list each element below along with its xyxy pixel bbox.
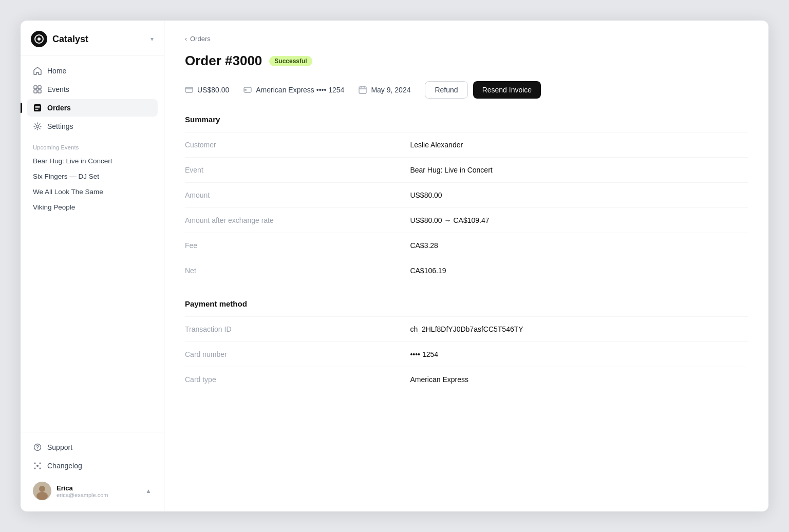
changelog-icon <box>33 461 42 470</box>
user-chevron-icon: ▲ <box>145 487 152 495</box>
svg-point-10 <box>36 125 39 128</box>
sidebar-event-bear-hug[interactable]: Bear Hug: Live in Concert <box>27 154 158 168</box>
sidebar-item-orders[interactable]: Orders <box>27 99 158 117</box>
action-buttons: Refund Resend Invoice <box>425 81 541 99</box>
sidebar-chevron-icon[interactable]: ▾ <box>151 35 154 43</box>
refund-button[interactable]: Refund <box>425 81 467 99</box>
summary-label: Amount <box>185 183 410 208</box>
svg-point-19 <box>39 486 45 492</box>
order-date: May 9, 2024 <box>371 86 410 94</box>
summary-label: Net <box>185 258 410 283</box>
sidebar-bottom: ? Support Changelog <box>21 432 164 511</box>
summary-row: Amount US$80.00 <box>185 183 748 208</box>
summary-value: Leslie Alexander <box>410 132 748 158</box>
summary-label: Amount after exchange rate <box>185 208 410 233</box>
user-avatar <box>33 482 51 500</box>
page-title-area: Order #3000 Successful <box>185 53 312 69</box>
resend-invoice-button[interactable]: Resend Invoice <box>473 81 541 99</box>
svg-point-17 <box>40 468 41 469</box>
upcoming-events-section-label: Upcoming Events <box>21 136 164 154</box>
summary-label: Customer <box>185 132 410 158</box>
card-icon <box>243 86 252 94</box>
summary-value: CA$3.28 <box>410 233 748 258</box>
home-label: Home <box>47 67 66 75</box>
events-icon <box>33 85 42 94</box>
amount-icon <box>185 86 193 94</box>
payment-row: Card type American Express <box>185 367 748 392</box>
svg-rect-21 <box>185 87 193 92</box>
svg-rect-3 <box>38 86 41 89</box>
support-icon: ? <box>33 443 42 452</box>
summary-row: Fee CA$3.28 <box>185 233 748 258</box>
summary-value: CA$106.19 <box>410 258 748 283</box>
user-section[interactable]: Erica erica@example.com ▲ <box>27 477 158 505</box>
payment-label: Card type <box>185 367 410 392</box>
order-date-meta: May 9, 2024 <box>359 86 410 94</box>
payment-value: ch_2HLf8DfYJ0Db7asfCC5T546TY <box>410 317 748 342</box>
settings-label: Settings <box>47 122 73 130</box>
summary-label: Fee <box>185 233 410 258</box>
user-info: Erica erica@example.com <box>57 484 140 498</box>
svg-rect-2 <box>34 86 37 89</box>
payment-value: American Express <box>410 367 748 392</box>
main-content: ‹ Orders Order #3000 Successful US$80.00 <box>164 21 768 511</box>
app-name: Catalyst <box>52 34 88 45</box>
payment-table: Transaction ID ch_2HLf8DfYJ0Db7asfCC5T54… <box>185 317 748 392</box>
payment-label: Card number <box>185 342 410 367</box>
home-icon <box>33 66 42 75</box>
page-header: Order #3000 Successful <box>185 53 748 69</box>
payment-title: Payment method <box>185 299 748 308</box>
sidebar-event-we-all[interactable]: We All Look The Same <box>27 184 158 199</box>
settings-icon <box>33 122 42 131</box>
user-email: erica@example.com <box>57 492 140 498</box>
order-card-meta: American Express •••• 1254 <box>243 86 344 94</box>
upcoming-events-list: Bear Hug: Live in Concert Six Fingers — … <box>21 154 164 215</box>
svg-rect-4 <box>34 90 37 93</box>
sidebar-item-changelog[interactable]: Changelog <box>27 457 158 474</box>
summary-value: US$80.00 <box>410 183 748 208</box>
summary-row: Event Bear Hug: Live in Concert <box>185 158 748 183</box>
summary-title: Summary <box>185 115 748 124</box>
svg-rect-24 <box>245 89 247 91</box>
breadcrumb[interactable]: ‹ Orders <box>185 35 748 43</box>
sidebar-item-events[interactable]: Events <box>27 81 158 98</box>
summary-table: Customer Leslie Alexander Event Bear Hug… <box>185 132 748 283</box>
svg-point-1 <box>37 37 41 41</box>
svg-rect-25 <box>359 87 366 93</box>
breadcrumb-back-icon: ‹ <box>185 35 187 43</box>
order-amount-meta: US$80.00 <box>185 86 229 94</box>
sidebar-event-six-fingers[interactable]: Six Fingers — DJ Set <box>27 169 158 184</box>
summary-row: Customer Leslie Alexander <box>185 132 748 158</box>
svg-point-20 <box>36 492 48 500</box>
payment-row: Card number •••• 1254 <box>185 342 748 367</box>
breadcrumb-orders-link[interactable]: Orders <box>190 35 211 43</box>
sidebar-item-home[interactable]: Home <box>27 62 158 80</box>
order-card: American Express •••• 1254 <box>256 86 344 94</box>
summary-row: Net CA$106.19 <box>185 258 748 283</box>
payment-label: Transaction ID <box>185 317 410 342</box>
app-logo[interactable]: Catalyst <box>31 31 88 47</box>
orders-icon <box>33 103 42 112</box>
sidebar-nav: Home Events <box>21 56 164 136</box>
order-amount: US$80.00 <box>197 86 229 94</box>
changelog-label: Changelog <box>47 462 82 470</box>
payment-section: Payment method Transaction ID ch_2HLf8Df… <box>185 299 748 392</box>
sidebar-item-support[interactable]: ? Support <box>27 439 158 456</box>
app-container: Catalyst ▾ Home <box>21 21 768 511</box>
logo-icon <box>31 31 47 47</box>
sidebar-header: Catalyst ▾ <box>21 21 164 56</box>
summary-value: US$80.00 → CA$109.47 <box>410 208 748 233</box>
svg-point-14 <box>34 463 36 464</box>
calendar-icon <box>359 86 367 94</box>
orders-label: Orders <box>47 104 71 112</box>
summary-section: Summary Customer Leslie Alexander Event … <box>185 115 748 283</box>
summary-row: Amount after exchange rate US$80.00 → CA… <box>185 208 748 233</box>
svg-point-13 <box>36 465 39 467</box>
status-badge: Successful <box>269 56 312 66</box>
sidebar-event-viking[interactable]: Viking People <box>27 200 158 215</box>
sidebar-item-settings[interactable]: Settings <box>27 118 158 135</box>
payment-row: Transaction ID ch_2HLf8DfYJ0Db7asfCC5T54… <box>185 317 748 342</box>
order-meta: US$80.00 American Express •••• 1254 <box>185 81 748 99</box>
summary-label: Event <box>185 158 410 183</box>
user-name: Erica <box>57 484 140 492</box>
